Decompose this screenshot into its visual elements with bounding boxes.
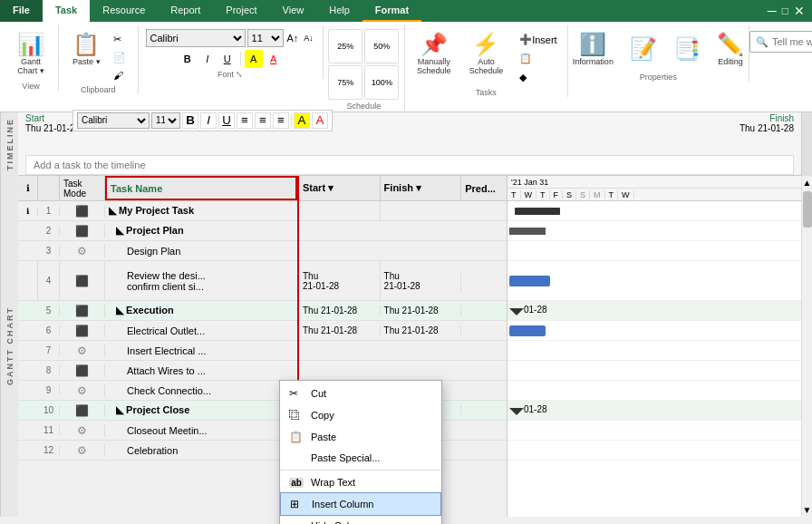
row-info-1: ℹ: [18, 207, 38, 216]
ribbon-tabs-bar: File Task Resource Report Project View H…: [0, 0, 812, 22]
table-row: 9 ⚙ Check Connectio...: [18, 381, 297, 401]
tab-format[interactable]: Format: [362, 0, 421, 22]
timeline-input[interactable]: [34, 160, 635, 170]
wrap-text-cm-label: Wrap Text: [311, 477, 355, 488]
tab-report[interactable]: Report: [158, 0, 213, 22]
fmt-align-center-btn[interactable]: ≡: [255, 112, 271, 129]
fmt-color-btn[interactable]: A: [312, 112, 328, 129]
ribbon-group-tasks: 📌 ManuallySchedule ⚡ AutoSchedule ➕ Inse…: [405, 25, 568, 97]
paste-button[interactable]: 📋 Paste ▾: [66, 29, 107, 71]
auto-schedule-button[interactable]: ⚡ AutoSchedule: [463, 29, 510, 80]
schedule-btn2[interactable]: 50%: [364, 29, 399, 63]
gantt-chart-button[interactable]: 📊 GanttChart ▾: [11, 29, 51, 80]
timeline-side-label: TIMELINE: [0, 112, 18, 176]
editing-icon: ✏️: [717, 34, 744, 55]
italic-button[interactable]: I: [198, 50, 217, 68]
fmt-align-right-btn[interactable]: ≡: [273, 112, 289, 129]
task-table-container: ℹ TaskMode Task Name ℹ 1 ⬛ ◣ My Project …: [18, 176, 299, 517]
timeline-input-area: [25, 155, 794, 175]
schedule-btn1[interactable]: 25%: [328, 29, 362, 63]
cut-cm-label: Cut: [311, 388, 326, 399]
minimize-icon[interactable]: ─: [768, 4, 777, 18]
milestone-button[interactable]: ◆: [515, 69, 562, 86]
scroll-up-arrow[interactable]: ▲: [801, 176, 812, 189]
context-menu-item-paste-special[interactable]: Paste Special...: [280, 448, 441, 468]
ribbon-group-view: 📊 GanttChart ▾ View: [4, 25, 59, 91]
table-row: 7 ⚙ Insert Electrical ...: [18, 341, 297, 361]
summary-button[interactable]: 📋: [515, 50, 562, 67]
context-menu-item-hide-column[interactable]: Hide Column: [280, 516, 441, 524]
paste-cm-label: Paste: [311, 432, 336, 442]
gantt-chart-icon: 📊: [17, 34, 44, 55]
fmt-underline-btn[interactable]: U: [218, 112, 235, 129]
context-menu-item-copy[interactable]: ⿻ Copy: [280, 404, 441, 426]
fmt-font-select[interactable]: Calibri: [77, 112, 150, 129]
th-num: [38, 176, 60, 200]
font-row2: B I U A A: [179, 50, 283, 68]
font-size-select[interactable]: 11: [247, 29, 284, 47]
table-row: 3 ⚙ Design Plan: [18, 241, 297, 261]
context-menu-item-paste[interactable]: 📋 Paste: [280, 426, 441, 448]
table-row: 8 ⬛ Attach Wires to ...: [18, 361, 297, 381]
copy-cm-icon: ⿻: [289, 409, 304, 422]
schedule-btn3[interactable]: 75%: [328, 65, 362, 100]
tab-resource[interactable]: Resource: [90, 0, 158, 22]
tab-file[interactable]: File: [0, 0, 43, 22]
editing-button[interactable]: ✏️ Editing: [710, 29, 750, 71]
information-button[interactable]: ℹ️ Information: [566, 29, 620, 71]
fmt-highlight-btn[interactable]: A: [294, 112, 310, 129]
fmt-size-select[interactable]: 11: [151, 112, 180, 129]
ribbon-group-tasks-content: 📌 ManuallySchedule ⚡ AutoSchedule ➕ Inse…: [411, 25, 562, 86]
ribbon-search-container: 🔍: [749, 31, 812, 53]
cut-button[interactable]: ✂: [109, 31, 130, 48]
font-shrink-icon[interactable]: A↓: [302, 32, 315, 44]
search-input[interactable]: [772, 36, 812, 47]
font-row1: Calibri 11 A↑ A↓: [146, 29, 315, 47]
format-painter-button[interactable]: 🖌: [109, 67, 130, 83]
tab-task[interactable]: Task: [43, 0, 90, 22]
ribbon-group-view-content: 📊 GanttChart ▾: [11, 25, 51, 80]
cut-cm-icon: ✂: [289, 387, 304, 400]
fmt-align-left-btn[interactable]: ≡: [237, 112, 253, 129]
tab-view[interactable]: View: [270, 0, 317, 22]
vertical-scrollbar[interactable]: ▲ ▼: [801, 176, 812, 517]
scroll-thumb[interactable]: [803, 191, 812, 228]
gantt-date-header: '21 Jan 31: [508, 176, 801, 189]
gantt-chart-label: GanttChart ▾: [17, 57, 44, 75]
maximize-icon[interactable]: □: [782, 5, 788, 17]
context-menu-item-wrap-text[interactable]: ab Wrap Text: [280, 472, 441, 492]
context-menu-item-cut[interactable]: ✂ Cut: [280, 383, 441, 404]
table-row: 11 ⚙ Closeout Meetin...: [18, 421, 297, 441]
schedule-btn4[interactable]: 100%: [364, 65, 399, 100]
timeline-scrollbar[interactable]: [801, 112, 812, 176]
copy-button[interactable]: 📄: [109, 49, 130, 66]
underline-button[interactable]: U: [218, 50, 237, 68]
tab-project[interactable]: Project: [213, 0, 269, 22]
tab-help[interactable]: Help: [316, 0, 362, 22]
properties-group-label: Properties: [640, 73, 677, 82]
insert-button[interactable]: ➕ Insert: [515, 31, 562, 48]
finish-date: Thu 21-01-28: [740, 123, 794, 133]
editing-label: Editing: [718, 57, 743, 66]
manually-schedule-button[interactable]: 📌 ManuallySchedule: [411, 29, 458, 80]
information-label: Information: [573, 57, 614, 66]
th-task-name: Task Name: [105, 176, 297, 200]
scroll-down-arrow[interactable]: ▼: [801, 503, 812, 517]
notes-button[interactable]: 📝: [624, 34, 663, 66]
insert-column-cm-label: Insert Column: [312, 499, 373, 509]
font-grow-icon[interactable]: A↑: [285, 31, 301, 45]
th-pred: Pred...: [461, 176, 507, 200]
font-group-label: Font ⤡: [218, 70, 244, 79]
fmt-italic-btn[interactable]: I: [200, 112, 217, 129]
font-color-button[interactable]: A: [265, 50, 283, 68]
manually-schedule-icon: 📌: [420, 34, 448, 55]
highlight-button[interactable]: A: [245, 50, 263, 68]
ribbon-group-clipboard-content: 📋 Paste ▾ ✂ 📄 🖌: [66, 25, 130, 83]
fmt-bold-btn[interactable]: B: [182, 112, 198, 129]
bold-button[interactable]: B: [179, 50, 197, 68]
details-button[interactable]: 📑: [667, 34, 707, 66]
context-menu-item-insert-column[interactable]: ⊞ Insert Column: [280, 492, 441, 516]
summary-icon: 📋: [519, 53, 532, 64]
close-icon[interactable]: ✕: [794, 4, 805, 18]
font-family-select[interactable]: Calibri: [146, 29, 246, 47]
